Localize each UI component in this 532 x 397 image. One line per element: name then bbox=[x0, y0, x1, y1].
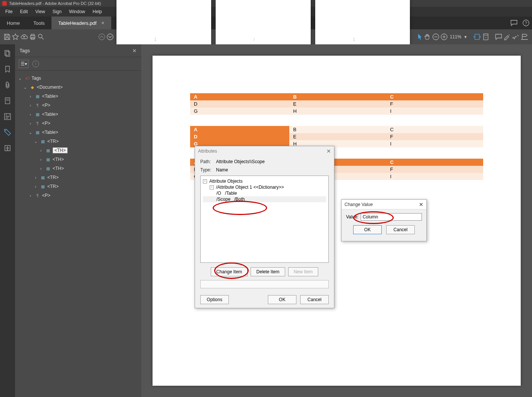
value-input[interactable] bbox=[361, 213, 422, 221]
toolbar: 1 / 1 111% ▾ bbox=[0, 29, 532, 44]
tab-tools[interactable]: Tools bbox=[27, 17, 51, 29]
svg-rect-15 bbox=[484, 34, 488, 40]
tags-panel-title: Tags bbox=[20, 48, 30, 53]
zoom-in-icon[interactable] bbox=[441, 31, 447, 43]
zoom-value[interactable]: 111% bbox=[450, 34, 461, 39]
svg-rect-17 bbox=[5, 50, 9, 55]
selection-arrow-icon[interactable] bbox=[417, 31, 423, 43]
menu-window[interactable]: Window bbox=[65, 8, 89, 16]
hand-icon[interactable] bbox=[424, 31, 431, 43]
save-icon[interactable] bbox=[4, 31, 11, 43]
tree-tr-3[interactable]: ›▦<TR> bbox=[17, 182, 139, 191]
attr-path-label: Path: bbox=[200, 159, 216, 164]
change-value-cancel-button[interactable]: Cancel bbox=[386, 225, 415, 234]
attr-path-value: Attribute Objects\\Scope bbox=[216, 159, 264, 164]
tags-icon[interactable] bbox=[2, 126, 14, 138]
change-item-button[interactable]: Change Item bbox=[211, 267, 248, 276]
tags-panel-close-icon[interactable]: ✕ bbox=[132, 48, 137, 54]
attributes-dialog-close-icon[interactable]: ✕ bbox=[326, 148, 331, 154]
svg-line-6 bbox=[42, 38, 44, 39]
bookmark-icon[interactable] bbox=[2, 63, 14, 75]
attr-tree-object[interactable]: −/Attribute Object 1 <<Dictionary>> bbox=[203, 184, 326, 190]
svg-point-8 bbox=[107, 34, 113, 40]
options-button[interactable]: Options bbox=[200, 295, 229, 304]
attr-tree-o[interactable]: /O /Table bbox=[203, 190, 326, 196]
svg-point-25 bbox=[7, 147, 8, 148]
tags-options-icon[interactable]: ☰▾ bbox=[19, 60, 29, 68]
window-title: TableHeaders.pdf - Adobe Acrobat Pro DC … bbox=[9, 1, 101, 6]
attr-tree-scope[interactable]: /Scope /Both bbox=[203, 196, 326, 202]
tree-table-2[interactable]: ›▦<Table> bbox=[17, 110, 139, 119]
tree-th-1[interactable]: ›▦<TH> bbox=[17, 146, 139, 155]
tree-p-2[interactable]: ›¶<P> bbox=[17, 119, 139, 128]
tags-panel: Tags ✕ ☰▾ i ⌄🏷Tags ⌄◆<Document> ›▦<Table… bbox=[15, 44, 141, 397]
accessibility-icon[interactable] bbox=[2, 142, 14, 154]
help-icon[interactable]: ? bbox=[520, 17, 532, 29]
stamp-icon[interactable] bbox=[521, 31, 528, 43]
attributes-dialog[interactable]: Attributes ✕ Path:Attribute Objects\\Sco… bbox=[195, 146, 334, 308]
page-up-icon[interactable] bbox=[98, 31, 105, 43]
doc-table-1: ABC DEF GHI bbox=[190, 93, 483, 115]
tree-p-1[interactable]: ›¶<P> bbox=[17, 101, 139, 110]
change-value-close-icon[interactable]: ✕ bbox=[419, 202, 423, 208]
change-value-title: Change Value bbox=[345, 202, 373, 207]
attr-type-value: Name bbox=[216, 167, 228, 173]
find-icon[interactable] bbox=[38, 31, 44, 43]
attachment-icon[interactable] bbox=[2, 79, 14, 91]
menu-view[interactable]: View bbox=[32, 8, 49, 16]
cloud-icon[interactable] bbox=[20, 31, 28, 43]
comment-icon[interactable] bbox=[508, 17, 520, 29]
comment-tool-icon[interactable] bbox=[495, 31, 502, 43]
change-value-ok-button[interactable]: OK bbox=[353, 225, 382, 234]
attr-tree-root[interactable]: −Attribute Objects bbox=[203, 178, 326, 184]
tree-th-3[interactable]: ›▦<TH> bbox=[17, 164, 139, 173]
menu-sign[interactable]: Sign bbox=[49, 8, 65, 16]
attributes-dialog-title: Attributes bbox=[198, 148, 217, 154]
attributes-tree[interactable]: −Attribute Objects −/Attribute Object 1 … bbox=[200, 176, 329, 263]
svg-rect-14 bbox=[475, 34, 479, 39]
tags-tree[interactable]: ⌄🏷Tags ⌄◆<Document> ›▦<Table> ›¶<P> ›▦<T… bbox=[15, 71, 141, 397]
content-icon[interactable] bbox=[2, 95, 14, 107]
menu-edit[interactable]: Edit bbox=[16, 8, 32, 16]
zoom-dropdown-icon[interactable]: ▾ bbox=[464, 34, 467, 39]
menu-file[interactable]: File bbox=[2, 8, 16, 16]
tab-home[interactable]: Home bbox=[0, 17, 27, 29]
attr-type-label: Type: bbox=[200, 167, 216, 173]
attributes-cancel-button[interactable]: Cancel bbox=[300, 295, 329, 304]
tab-close-icon[interactable]: ✕ bbox=[101, 21, 104, 26]
tree-table-3[interactable]: ⌄▦<Table> bbox=[17, 128, 139, 137]
delete-item-button[interactable]: Delete Item bbox=[251, 267, 285, 276]
svg-text:?: ? bbox=[525, 21, 527, 25]
tree-tags-root[interactable]: ⌄🏷Tags bbox=[17, 74, 139, 83]
tree-p-3[interactable]: ›¶<P> bbox=[17, 191, 139, 200]
tab-document[interactable]: TableHeaders.pdf ✕ bbox=[51, 17, 111, 29]
value-label: Value: bbox=[346, 214, 358, 220]
star-icon[interactable] bbox=[12, 31, 19, 43]
tree-tr-1[interactable]: ⌄▦<TR> bbox=[17, 137, 139, 146]
tree-th-2[interactable]: ›▦<TH> bbox=[17, 155, 139, 164]
svg-rect-19 bbox=[5, 98, 10, 104]
page-down-icon[interactable] bbox=[107, 31, 113, 43]
new-item-button: New Item bbox=[288, 267, 319, 276]
acrobat-icon bbox=[2, 1, 7, 6]
svg-point-5 bbox=[38, 34, 42, 38]
zoom-out-icon[interactable] bbox=[432, 31, 439, 43]
tree-document[interactable]: ⌄◆<Document> bbox=[17, 83, 139, 92]
highlight-icon[interactable] bbox=[503, 31, 510, 43]
svg-rect-3 bbox=[31, 34, 34, 36]
tree-table-1[interactable]: ›▦<Table> bbox=[17, 92, 139, 101]
print-icon[interactable] bbox=[29, 31, 36, 43]
tags-info-icon[interactable]: i bbox=[32, 61, 39, 67]
attributes-status-bar bbox=[200, 280, 329, 288]
order-icon[interactable] bbox=[2, 111, 14, 123]
fit-width-icon[interactable] bbox=[473, 31, 481, 43]
sign-tool-icon[interactable] bbox=[512, 31, 519, 43]
menu-help[interactable]: Help bbox=[89, 8, 106, 16]
tree-tr-2[interactable]: ›▦<TR> bbox=[17, 173, 139, 182]
thumbnails-icon[interactable] bbox=[2, 47, 14, 59]
tab-document-label: TableHeaders.pdf bbox=[58, 20, 97, 26]
svg-rect-18 bbox=[6, 52, 10, 56]
fit-page-icon[interactable] bbox=[482, 31, 489, 43]
change-value-dialog[interactable]: Change Value ✕ Value: OK Cancel bbox=[341, 199, 427, 241]
attributes-ok-button[interactable]: OK bbox=[268, 295, 296, 304]
